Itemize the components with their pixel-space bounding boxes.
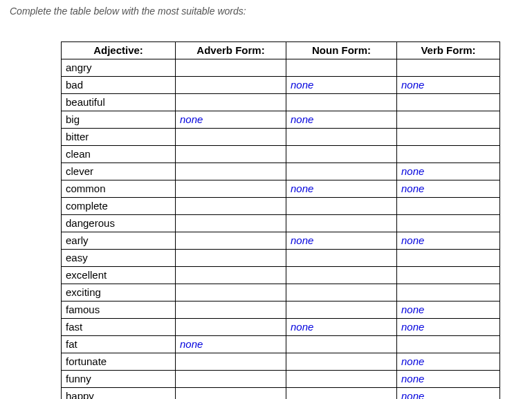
instruction-text: Complete the table below with the most s… xyxy=(10,6,522,17)
cell-adverb xyxy=(176,319,286,336)
cell-verb xyxy=(397,284,500,301)
none-label: none xyxy=(291,183,313,194)
cell-adverb xyxy=(176,94,286,111)
cell-verb xyxy=(397,111,500,129)
cell-adjective: clean xyxy=(62,146,176,163)
worksheet-page: Complete the table below with the most s… xyxy=(0,0,532,399)
cell-adverb xyxy=(176,371,286,388)
word-forms-table: Adjective: Adverb Form: Noun Form: Verb … xyxy=(61,41,500,399)
table-row: bignonenone xyxy=(62,111,500,129)
table-row: famousnone xyxy=(62,301,500,319)
none-label: none xyxy=(401,234,424,246)
none-label: none xyxy=(401,355,424,367)
table-row: angry xyxy=(62,59,500,77)
table-row: dangerous xyxy=(62,215,500,232)
none-label: none xyxy=(401,373,424,384)
cell-verb: none xyxy=(397,319,500,336)
cell-noun xyxy=(286,163,397,180)
table-row: clean xyxy=(62,146,500,163)
header-noun: Noun Form: xyxy=(286,42,397,59)
cell-adverb xyxy=(176,267,286,284)
cell-adjective: excellent xyxy=(62,267,176,284)
cell-noun: none xyxy=(286,319,397,336)
none-label: none xyxy=(180,113,203,125)
cell-noun xyxy=(286,250,397,267)
cell-noun xyxy=(286,129,397,146)
table-row: earlynonenone xyxy=(62,232,500,250)
none-label: none xyxy=(180,338,203,350)
none-label: none xyxy=(401,304,424,315)
cell-noun xyxy=(286,198,397,215)
cell-verb: none xyxy=(397,180,500,198)
cell-adjective: fast xyxy=(62,319,176,336)
cell-adjective: common xyxy=(62,180,176,198)
table-row: complete xyxy=(62,198,500,215)
none-label: none xyxy=(401,183,424,194)
cell-noun xyxy=(286,336,397,353)
cell-noun xyxy=(286,94,397,111)
cell-adverb xyxy=(176,198,286,215)
cell-noun: none xyxy=(286,111,397,129)
table-row: fortunatenone xyxy=(62,353,500,371)
cell-adverb xyxy=(176,129,286,146)
cell-adverb xyxy=(176,146,286,163)
cell-noun xyxy=(286,353,397,371)
cell-verb: none xyxy=(397,163,500,180)
cell-verb: none xyxy=(397,353,500,371)
cell-adverb xyxy=(176,250,286,267)
cell-adjective: fortunate xyxy=(62,353,176,371)
table-row: funnynone xyxy=(62,371,500,388)
cell-noun xyxy=(286,388,397,400)
cell-adverb xyxy=(176,284,286,301)
table-row: easy xyxy=(62,250,500,267)
cell-adjective: beautiful xyxy=(62,94,176,111)
header-adverb: Adverb Form: xyxy=(176,42,286,59)
cell-adverb xyxy=(176,59,286,77)
none-label: none xyxy=(291,321,313,333)
cell-adverb xyxy=(176,388,286,400)
cell-verb xyxy=(397,198,500,215)
table-row: fatnone xyxy=(62,336,500,353)
cell-verb xyxy=(397,94,500,111)
cell-adjective: easy xyxy=(62,250,176,267)
cell-verb xyxy=(397,336,500,353)
table-container: Adjective: Adverb Form: Noun Form: Verb … xyxy=(61,41,522,399)
cell-verb xyxy=(397,250,500,267)
cell-adverb xyxy=(176,77,286,94)
table-row: badnonenone xyxy=(62,77,500,94)
cell-adjective: funny xyxy=(62,371,176,388)
table-row: clevernone xyxy=(62,163,500,180)
cell-noun: none xyxy=(286,77,397,94)
cell-adverb xyxy=(176,232,286,250)
cell-adverb xyxy=(176,215,286,232)
table-row: excellent xyxy=(62,267,500,284)
cell-noun: none xyxy=(286,180,397,198)
cell-verb: none xyxy=(397,232,500,250)
cell-adjective: dangerous xyxy=(62,215,176,232)
cell-noun xyxy=(286,267,397,284)
header-row: Adjective: Adverb Form: Noun Form: Verb … xyxy=(62,42,500,59)
cell-verb: none xyxy=(397,371,500,388)
cell-adjective: angry xyxy=(62,59,176,77)
cell-noun xyxy=(286,59,397,77)
table-row: happynone xyxy=(62,388,500,400)
cell-adverb xyxy=(176,301,286,319)
none-label: none xyxy=(401,321,424,333)
cell-adjective: big xyxy=(62,111,176,129)
cell-verb xyxy=(397,215,500,232)
table-body: angrybadnonenonebeautifulbignonenonebitt… xyxy=(62,59,500,400)
cell-noun xyxy=(286,371,397,388)
none-label: none xyxy=(291,79,313,91)
table-row: beautiful xyxy=(62,94,500,111)
cell-noun: none xyxy=(286,232,397,250)
cell-noun xyxy=(286,284,397,301)
table-row: fastnonenone xyxy=(62,319,500,336)
header-adjective: Adjective: xyxy=(62,42,176,59)
table-row: commonnonenone xyxy=(62,180,500,198)
cell-adjective: fat xyxy=(62,336,176,353)
cell-verb: none xyxy=(397,301,500,319)
cell-verb xyxy=(397,59,500,77)
cell-adjective: early xyxy=(62,232,176,250)
cell-adjective: complete xyxy=(62,198,176,215)
cell-adverb xyxy=(176,163,286,180)
